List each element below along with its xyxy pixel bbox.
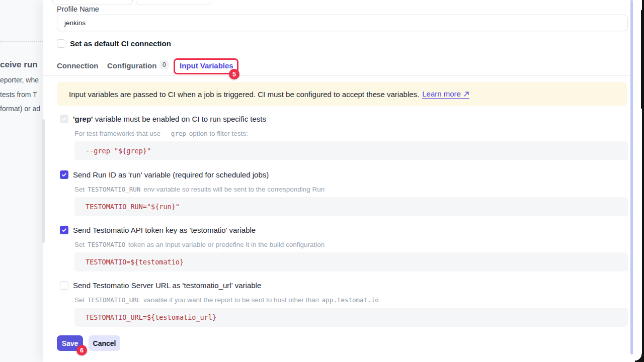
section-helper: Set TESTOMATIO_RUN env variable so resul… xyxy=(74,186,628,193)
input-variable-section: 'grep' variable must be enabled on CI to… xyxy=(60,115,628,160)
section-label: 'grep' variable must be enabled on CI to… xyxy=(73,115,266,123)
screen-right-edge xyxy=(642,0,644,362)
background-heading: ceive run xyxy=(0,60,38,70)
input-variable-section: Send Testomatio Server URL as 'testomati… xyxy=(60,281,628,327)
code-snippet: --grep "${grep}" xyxy=(74,141,628,160)
check-icon xyxy=(61,172,67,177)
section-checkbox[interactable] xyxy=(60,115,68,123)
drawer-scrollbar[interactable] xyxy=(630,0,633,354)
background-page: ceive run eporter, whe tests from T form… xyxy=(0,0,43,362)
input-variable-section: Send Run ID as 'run' variable (required … xyxy=(60,170,628,216)
screen-right-edge xyxy=(641,10,642,109)
section-helper: For test frameworks that use --grep opti… xyxy=(74,130,628,137)
drawer-drag-handle[interactable] xyxy=(42,119,45,243)
section-helper: Set TESTOMATIO_URL variable if you want … xyxy=(74,296,628,304)
section-checkbox[interactable] xyxy=(60,281,68,290)
input-variable-section: Send Testomatio API token key as 'testom… xyxy=(60,226,628,272)
check-icon xyxy=(61,116,67,122)
check-icon xyxy=(61,227,67,233)
dotted-divider xyxy=(0,41,43,42)
code-snippet: TESTOMATIO_RUN="${run}" xyxy=(74,197,628,216)
section-label: Send Testomatio Server URL as 'testomati… xyxy=(73,281,261,290)
section-checkbox[interactable] xyxy=(60,170,68,179)
tutorial-step-badge: 5 xyxy=(229,69,239,79)
section-helper: Set TESTOMATIO token as an input variabl… xyxy=(74,241,628,248)
ci-settings-drawer: Profile Name Set as default CI connectio… xyxy=(43,0,642,362)
section-label: Send Testomatio API token key as 'testom… xyxy=(73,226,256,234)
rounded-screen-corner xyxy=(635,354,642,362)
background-text-line: tests from T xyxy=(0,90,37,99)
background-text-line: eporter, whe xyxy=(0,76,39,84)
code-snippet: TESTOMATIO=${testomatio} xyxy=(74,252,628,272)
tutorial-step-badge: 6 xyxy=(76,345,87,355)
code-snippet: TESTOMATIO_URL=${testomatio_url} xyxy=(74,308,628,327)
background-text-line: format) or ad xyxy=(0,105,40,113)
section-checkbox[interactable] xyxy=(60,226,68,234)
cancel-button[interactable]: Cancel xyxy=(89,335,120,351)
section-label: Send Run ID as 'run' variable (required … xyxy=(73,170,269,179)
